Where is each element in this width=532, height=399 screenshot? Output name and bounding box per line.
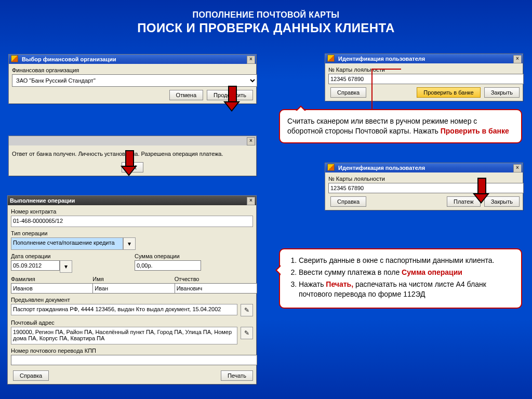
dropdown-icon[interactable]: ▾ (123, 237, 136, 250)
titlebar-choose-org[interactable]: Выбор финансовой организации × (9, 55, 256, 64)
dialog-title: Идентификация пользователя (338, 56, 425, 62)
address-value: 190000, Регион ПА, Район ПА, Населённый … (11, 327, 237, 344)
label-middlename: Отчество (175, 276, 253, 282)
print-button[interactable]: Печать (221, 370, 253, 381)
loyalty-card-input[interactable] (328, 183, 524, 193)
operation-date-input[interactable] (11, 260, 60, 271)
step-3: Нажать Печать, распечатать на чистом лис… (299, 280, 514, 299)
label-op-sum: Сумма операции (135, 253, 253, 259)
operation-type-value: Пополнение счета/погашение кредита (11, 237, 123, 250)
edit-icon[interactable]: ✎ (241, 327, 253, 339)
dialog-choose-org: Выбор финансовой организации × Финансова… (8, 54, 257, 104)
label-lastname: Фамилия (11, 276, 89, 282)
label-loyalty-card: № Карты лояльности (328, 176, 520, 182)
check-in-bank-button[interactable]: Проверить в банке (417, 87, 480, 98)
close-icon[interactable]: × (513, 55, 522, 63)
ok-button[interactable]: OK (122, 162, 143, 172)
titlebar-identify[interactable]: Идентификация пользователя × (325, 163, 523, 172)
help-button[interactable]: Справка (13, 370, 49, 381)
label-firstname: Имя (92, 276, 171, 282)
help-button[interactable]: Справка (330, 196, 366, 207)
label-document: Предъявлен документ (11, 297, 253, 303)
kpp-input[interactable] (11, 355, 257, 365)
close-button[interactable]: Закрыть (484, 196, 520, 207)
dialog-identify-check: Идентификация пользователя × № Карты лоя… (325, 54, 523, 101)
close-button[interactable]: Закрыть (484, 87, 520, 98)
loyalty-card-input[interactable] (328, 74, 524, 84)
close-icon[interactable]: × (513, 164, 522, 172)
titlebar-bank-response[interactable]: × (9, 136, 256, 145)
select-financial-org[interactable]: ЗАО "Банк Русский Стандарт" (12, 74, 257, 87)
dialog-title: Выбор финансовой организации (22, 56, 116, 62)
cancel-button[interactable]: Отмена (169, 90, 203, 100)
middlename-input[interactable] (175, 283, 257, 294)
help-button[interactable]: Справка (330, 87, 366, 98)
dialog-identify-pay: Идентификация пользователя × № Карты лоя… (325, 163, 523, 210)
payment-button[interactable]: Платеж (447, 196, 480, 207)
callout-instruction-scan: Считать сканером или ввести в ручном реж… (279, 109, 522, 143)
connector-line-icon (371, 68, 402, 113)
label-contract: Номер контракта (11, 208, 253, 215)
app-icon (11, 55, 18, 62)
slide-subtitle: ПОПОЛНЕНИЕ ПОЧТОВОЙ КАРТЫ (0, 10, 532, 20)
continue-button[interactable]: Продолжить (207, 90, 253, 100)
step-2: Ввести сумму платежа в поле Сумма операц… (299, 268, 514, 277)
label-financial-org: Финансовая организация (12, 67, 253, 73)
dialog-title: Идентификация пользователя (338, 165, 425, 171)
titlebar-perform-operation[interactable]: Выполнение операции × (8, 196, 256, 205)
app-icon (327, 164, 335, 171)
label-address: Почтовый адрес (11, 320, 253, 326)
dropdown-icon[interactable]: ▾ (60, 260, 72, 273)
lastname-input[interactable] (11, 283, 94, 294)
contract-value: 01-468-0000065/12 (11, 216, 253, 227)
label-op-date: Дата операции (11, 253, 129, 259)
titlebar-identify[interactable]: Идентификация пользователя × (325, 54, 523, 63)
callout-em-check: Проверить в банке (441, 127, 509, 135)
dialog-title: Выполнение операции (10, 197, 75, 204)
callout-instruction-steps: Сверить данные в окне с паспортными данн… (279, 248, 522, 309)
step-1: Сверить данные в окне с паспортными данн… (299, 256, 514, 265)
label-loyalty-card: № Карты лояльности (328, 66, 520, 73)
label-op-type: Тип операции (11, 230, 253, 236)
dialog-bank-response: × Ответ от банка получен. Личность устан… (8, 136, 257, 176)
close-icon[interactable]: × (247, 137, 255, 145)
document-value: Паспорт гражданина РФ, 4444 123456, выда… (11, 304, 237, 315)
app-icon (327, 55, 335, 62)
operation-sum-input[interactable] (135, 260, 201, 271)
firstname-input[interactable] (92, 283, 175, 294)
bank-response-message: Ответ от банка получен. Личность установ… (12, 151, 253, 157)
slide-title: ПОИСК И ПРОВЕРКА ДАННЫХ КЛИЕНТА (0, 21, 532, 35)
close-icon[interactable]: × (247, 56, 255, 64)
slide-header: ПОПОЛНЕНИЕ ПОЧТОВОЙ КАРТЫ ПОИСК И ПРОВЕР… (0, 10, 532, 35)
label-kpp: Номер почтового перевода КПП (11, 348, 253, 354)
edit-icon[interactable]: ✎ (241, 304, 253, 316)
dialog-perform-operation: Выполнение операции × Номер контракта 01… (7, 195, 257, 384)
close-icon[interactable]: × (247, 197, 255, 205)
